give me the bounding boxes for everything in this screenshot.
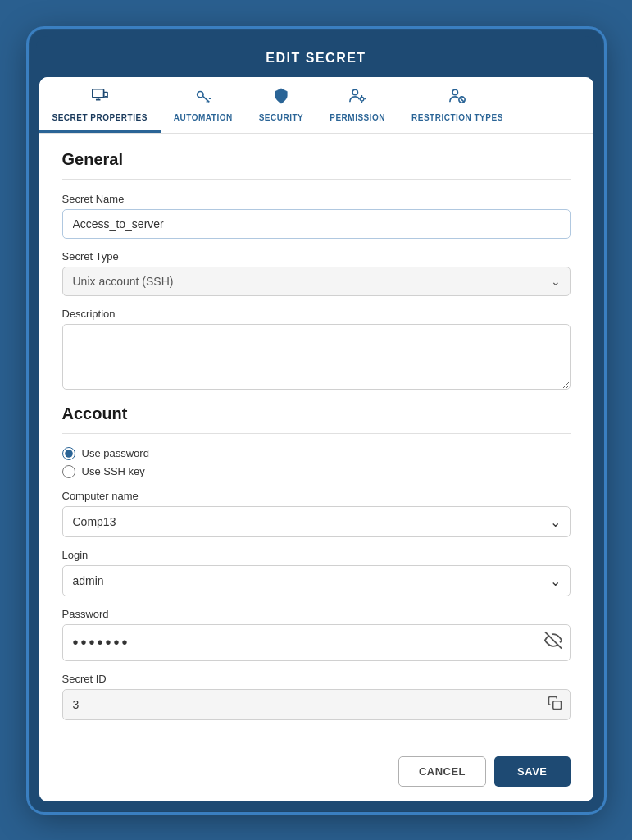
tab-automation[interactable]: AUTOMATION — [161, 77, 246, 133]
use-password-radio[interactable] — [62, 447, 75, 460]
secret-type-label: Secret Type — [62, 250, 571, 262]
password-label: Password — [62, 608, 571, 620]
general-divider — [62, 179, 571, 180]
computer-name-group: Computer name Comp13 ⌄ — [62, 490, 571, 537]
login-wrapper: admin ⌄ — [62, 565, 571, 596]
svg-point-15 — [452, 89, 457, 94]
secret-id-label: Secret ID — [62, 673, 571, 685]
use-ssh-key-label: Use SSH key — [82, 465, 145, 477]
tab-permission-label: PERMISSION — [330, 113, 385, 122]
save-button[interactable]: SAVE — [494, 756, 570, 787]
general-section: General Secret Name Secret Type Unix acc… — [62, 150, 571, 393]
tab-automation-label: AUTOMATION — [174, 113, 233, 122]
svg-point-9 — [352, 89, 357, 94]
use-password-radio-item[interactable]: Use password — [62, 447, 571, 460]
person-gear-icon — [348, 87, 366, 109]
secret-name-input[interactable] — [62, 209, 571, 239]
tab-restriction-types[interactable]: RESTRICTION TYPES — [398, 77, 516, 133]
tabs-bar: SECRET PROPERTIES AUTOMATION — [39, 77, 593, 134]
password-toggle-icon[interactable] — [544, 632, 562, 654]
svg-rect-19 — [552, 701, 561, 709]
svg-rect-0 — [92, 89, 103, 97]
shield-icon — [272, 87, 290, 109]
secret-type-group: Secret Type Unix account (SSH) ⌄ — [62, 250, 571, 296]
password-group: Password — [62, 608, 571, 661]
cancel-button[interactable]: CANCEL — [398, 756, 486, 787]
secret-name-label: Secret Name — [62, 193, 571, 205]
modal-footer: CANCEL SAVE — [39, 745, 593, 801]
svg-line-17 — [460, 97, 465, 102]
tab-restriction-types-label: RESTRICTION TYPES — [411, 113, 503, 122]
person-restrict-icon — [448, 87, 466, 109]
secret-type-select[interactable]: Unix account (SSH) — [62, 267, 571, 296]
computer-name-wrapper: Comp13 ⌄ — [62, 506, 571, 537]
account-section-title: Account — [62, 404, 571, 423]
secret-type-wrapper: Unix account (SSH) ⌄ — [62, 267, 571, 296]
account-divider — [62, 433, 571, 434]
tab-secret-properties-label: SECRET PROPERTIES — [52, 113, 148, 122]
computer-icon — [91, 87, 109, 109]
tab-secret-properties[interactable]: SECRET PROPERTIES — [39, 77, 161, 133]
description-input[interactable] — [62, 324, 571, 390]
copy-icon[interactable] — [548, 696, 562, 714]
modal-header: EDIT SECRET — [36, 36, 597, 77]
modal-title: EDIT SECRET — [56, 51, 577, 66]
svg-point-5 — [197, 91, 202, 97]
auth-type-radio-group: Use password Use SSH key — [62, 447, 571, 478]
description-label: Description — [62, 308, 571, 320]
content-area: General Secret Name Secret Type Unix acc… — [39, 134, 593, 745]
secret-id-wrapper — [62, 689, 571, 720]
svg-point-10 — [360, 97, 364, 101]
tab-permission[interactable]: PERMISSION — [316, 77, 398, 133]
secret-id-input — [62, 689, 571, 720]
tab-security-label: SECURITY — [259, 113, 304, 122]
login-label: Login — [62, 549, 571, 561]
login-select[interactable]: admin — [62, 565, 571, 596]
password-wrapper — [62, 624, 571, 661]
computer-name-label: Computer name — [62, 490, 571, 502]
login-group: Login admin ⌄ — [62, 549, 571, 596]
use-password-label: Use password — [82, 447, 149, 459]
modal: EDIT SECRET SECRET PROPE — [36, 36, 597, 805]
account-section: Account Use password Use SSH key — [62, 404, 571, 720]
tab-security[interactable]: SECURITY — [246, 77, 317, 133]
modal-body: SECRET PROPERTIES AUTOMATION — [39, 77, 593, 801]
password-input[interactable] — [62, 624, 571, 661]
description-group: Description — [62, 308, 571, 393]
outer-card: EDIT SECRET SECRET PROPE — [30, 30, 603, 811]
general-section-title: General — [62, 150, 571, 169]
key-icon — [194, 87, 212, 109]
secret-id-group: Secret ID — [62, 673, 571, 720]
computer-name-select[interactable]: Comp13 — [62, 506, 571, 537]
secret-name-group: Secret Name — [62, 193, 571, 239]
use-ssh-key-radio[interactable] — [62, 465, 75, 478]
svg-line-6 — [202, 96, 209, 102]
use-ssh-key-radio-item[interactable]: Use SSH key — [62, 465, 571, 478]
